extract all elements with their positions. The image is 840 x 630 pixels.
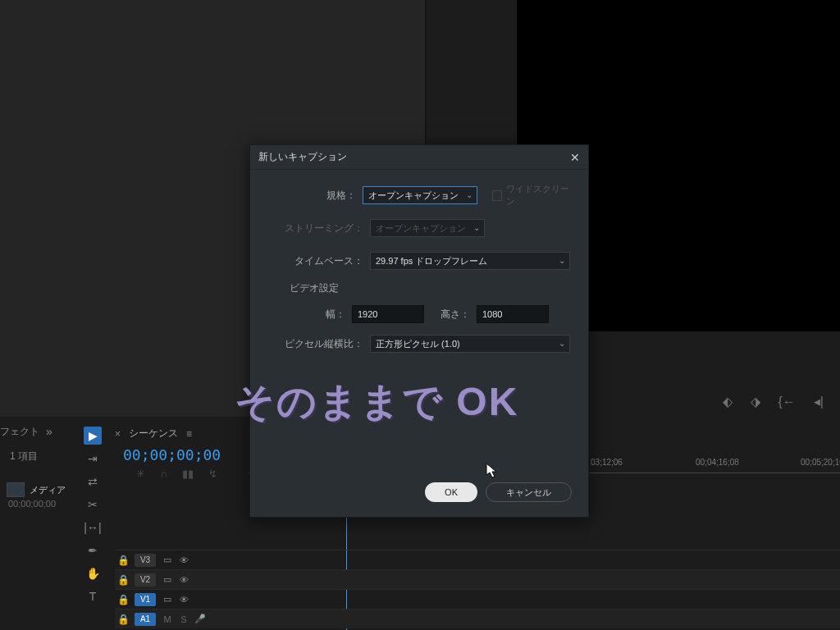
clip-duration: 00;00;00;00 [8,499,56,509]
mute-icon[interactable]: M [159,614,176,624]
ruler-tick: 00;05;20;10 [801,458,840,467]
snap-icon[interactable]: ✳ [136,468,145,480]
media-bin-item[interactable]: メディア [0,479,72,500]
chevron-down-icon: ⌄ [559,256,565,265]
timebase-label: タイムベース： [267,254,363,268]
link-icon[interactable]: ∩ [160,468,167,480]
streaming-dropdown: オープンキャプション ⌄ [370,219,485,237]
track-badge[interactable]: V3 [135,554,156,567]
track-badge[interactable]: V1 [135,593,156,606]
selection-tool-icon[interactable]: ▶ [84,427,102,445]
transport-controls: ⬖ ⬗ {← ◂| [723,394,824,409]
ruler-tick: 00;04;16;08 [696,458,739,467]
chevron-down-icon: ⌄ [466,190,472,199]
streaming-label: ストリーミング： [267,221,363,235]
playhead-timecode[interactable]: 00;00;00;00 [123,446,221,463]
close-icon[interactable]: ✕ [570,151,580,164]
lock-icon[interactable]: 🔒 [115,574,131,586]
sync-lock-icon[interactable]: ▭ [159,555,176,565]
cancel-button[interactable]: キャンセル [486,482,572,502]
height-label: 高さ： [431,308,470,322]
height-input[interactable] [477,305,549,323]
lock-icon[interactable]: 🔒 [115,555,131,566]
widescreen-checkbox: ワイドスクリーン [492,183,572,208]
mark-in-icon[interactable]: ⬖ [723,394,733,409]
width-input[interactable] [352,305,424,323]
standard-label: 規格： [267,189,356,203]
pen-tool-icon[interactable]: ✒ [84,541,102,559]
marker-icon[interactable]: ▮▮ [182,468,194,480]
effects-tab-label: フェクト [0,425,39,439]
item-count: 1 項目 [10,450,38,463]
par-dropdown[interactable]: 正方形ピクセル (1.0) ⌄ [370,335,570,353]
type-tool-icon[interactable]: T [84,587,102,605]
track-row-a1[interactable]: 🔒 A1 M S 🎤 [115,609,840,628]
dialog-title: 新しいキャプション [258,150,347,164]
track-badge[interactable]: V2 [135,573,156,587]
track-row-v3[interactable]: 🔒 V3 ▭ 👁 [115,550,840,569]
chevron-right-icon: » [46,425,52,438]
lock-icon[interactable]: 🔒 [115,614,131,625]
chevron-down-icon: ⌄ [559,339,565,348]
timebase-dropdown[interactable]: 29.97 fps ドロップフレーム ⌄ [370,252,570,270]
clip-thumbnail [7,482,25,497]
step-back-icon[interactable]: {← [778,395,796,409]
timeline-toggles: ✳ ∩ ▮▮ ↯ [136,468,217,480]
effects-tab[interactable]: フェクト » [0,420,82,443]
dialog-titlebar[interactable]: 新しいキャプション ✕ [250,145,588,170]
track-row-v1[interactable]: 🔒 V1 ▭ 👁 [115,589,840,609]
width-label: 幅： [299,308,345,322]
settings-icon[interactable]: ↯ [208,468,217,480]
voiceover-icon[interactable]: 🎤 [192,614,208,624]
new-caption-dialog: 新しいキャプション ✕ 規格： オープンキャプション ⌄ ワイドスクリーン スト… [249,144,589,518]
eye-icon[interactable]: 👁 [176,555,192,565]
timeline-tab[interactable]: × シーケンス ≡ [115,427,192,441]
sync-lock-icon[interactable]: ▭ [159,594,176,605]
hand-tool-icon[interactable]: ✋ [84,564,102,582]
lock-icon[interactable]: 🔒 [115,594,131,605]
sync-lock-icon[interactable]: ▭ [159,574,176,585]
clip-name: メディア [30,484,66,496]
solo-icon[interactable]: S [176,614,192,624]
eye-icon[interactable]: 👁 [176,595,192,605]
standard-dropdown[interactable]: オープンキャプション ⌄ [363,186,477,204]
track-select-tool-icon[interactable]: ⇥ [84,450,102,468]
slip-tool-icon[interactable]: |↔| [84,518,102,536]
close-icon[interactable]: × [115,428,121,440]
chevron-down-icon: ⌄ [473,223,480,232]
sequence-name: シーケンス [129,427,178,441]
razor-tool-icon[interactable]: ✂ [84,495,102,514]
track-headers: 🔒 V3 ▭ 👁 🔒 V2 ▭ 👁 🔒 V1 ▭ 👁 🔒 A1 M S 🎤 [115,550,840,628]
prev-frame-icon[interactable]: ◂| [814,394,824,409]
par-label: ピクセル縦横比： [267,337,363,351]
track-badge[interactable]: A1 [135,613,156,626]
panel-menu-icon[interactable]: ≡ [186,428,192,440]
ok-button[interactable]: OK [425,482,477,502]
tool-column: ▶ ⇥ ⇄ ✂ |↔| ✒ ✋ T [82,420,103,605]
mark-out-icon[interactable]: ⬗ [751,394,760,409]
checkbox-icon [492,190,502,201]
eye-icon[interactable]: 👁 [176,575,192,585]
ripple-edit-tool-icon[interactable]: ⇄ [84,472,102,491]
video-settings-label: ビデオ設定 [290,281,572,295]
ruler-tick: 03;12;06 [591,458,623,467]
track-row-v2[interactable]: 🔒 V2 ▭ 👁 [115,569,840,589]
